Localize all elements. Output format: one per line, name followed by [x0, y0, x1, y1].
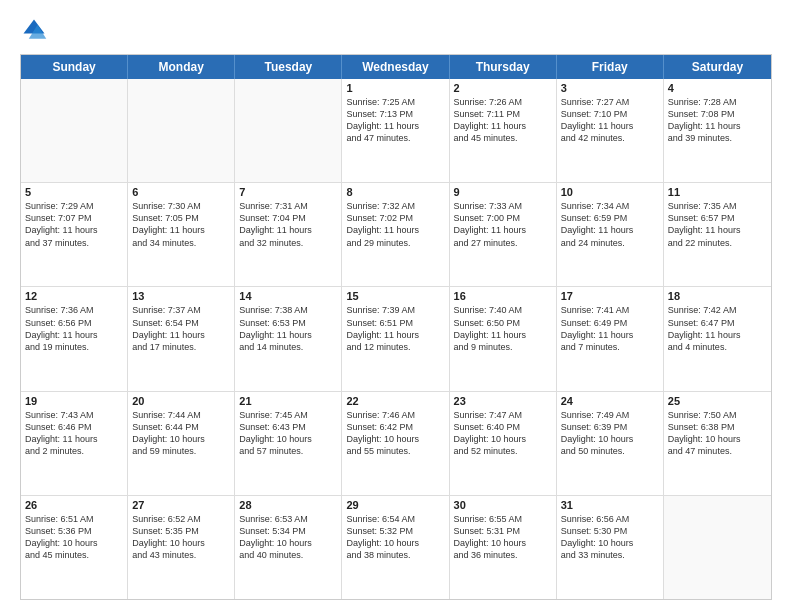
cell-line-0: Sunrise: 7:25 AM: [346, 96, 444, 108]
header-day-tuesday: Tuesday: [235, 55, 342, 79]
cell-line-2: Daylight: 10 hours: [454, 537, 552, 549]
cell-line-3: and 45 minutes.: [454, 132, 552, 144]
cell-line-1: Sunset: 7:11 PM: [454, 108, 552, 120]
cell-line-1: Sunset: 7:08 PM: [668, 108, 767, 120]
cell-line-1: Sunset: 7:10 PM: [561, 108, 659, 120]
cell-line-0: Sunrise: 7:39 AM: [346, 304, 444, 316]
cal-row-0: 1Sunrise: 7:25 AMSunset: 7:13 PMDaylight…: [21, 79, 771, 183]
cell-line-2: Daylight: 10 hours: [132, 433, 230, 445]
day-number: 25: [668, 395, 767, 407]
day-number: 10: [561, 186, 659, 198]
cell-line-0: Sunrise: 7:37 AM: [132, 304, 230, 316]
cal-cell-25: 25Sunrise: 7:50 AMSunset: 6:38 PMDayligh…: [664, 392, 771, 495]
cell-line-2: Daylight: 10 hours: [454, 433, 552, 445]
cell-line-0: Sunrise: 6:55 AM: [454, 513, 552, 525]
day-number: 27: [132, 499, 230, 511]
cell-line-0: Sunrise: 7:46 AM: [346, 409, 444, 421]
cell-line-0: Sunrise: 7:28 AM: [668, 96, 767, 108]
cell-line-1: Sunset: 6:44 PM: [132, 421, 230, 433]
cell-line-0: Sunrise: 6:54 AM: [346, 513, 444, 525]
day-number: 13: [132, 290, 230, 302]
cell-line-3: and 17 minutes.: [132, 341, 230, 353]
cal-cell-13: 13Sunrise: 7:37 AMSunset: 6:54 PMDayligh…: [128, 287, 235, 390]
day-number: 31: [561, 499, 659, 511]
day-number: 5: [25, 186, 123, 198]
cal-cell-29: 29Sunrise: 6:54 AMSunset: 5:32 PMDayligh…: [342, 496, 449, 599]
cell-line-0: Sunrise: 7:43 AM: [25, 409, 123, 421]
cell-line-3: and 52 minutes.: [454, 445, 552, 457]
cell-line-0: Sunrise: 7:35 AM: [668, 200, 767, 212]
header-day-sunday: Sunday: [21, 55, 128, 79]
cell-line-3: and 14 minutes.: [239, 341, 337, 353]
cal-cell-19: 19Sunrise: 7:43 AMSunset: 6:46 PMDayligh…: [21, 392, 128, 495]
cell-line-3: and 27 minutes.: [454, 237, 552, 249]
cell-line-0: Sunrise: 7:42 AM: [668, 304, 767, 316]
calendar: SundayMondayTuesdayWednesdayThursdayFrid…: [20, 54, 772, 600]
day-number: 24: [561, 395, 659, 407]
cell-line-1: Sunset: 6:38 PM: [668, 421, 767, 433]
cell-line-3: and 40 minutes.: [239, 549, 337, 561]
cal-cell-16: 16Sunrise: 7:40 AMSunset: 6:50 PMDayligh…: [450, 287, 557, 390]
cal-cell-empty-0-1: [128, 79, 235, 182]
cell-line-0: Sunrise: 7:40 AM: [454, 304, 552, 316]
cell-line-0: Sunrise: 7:26 AM: [454, 96, 552, 108]
cell-line-0: Sunrise: 7:49 AM: [561, 409, 659, 421]
cell-line-0: Sunrise: 7:44 AM: [132, 409, 230, 421]
day-number: 23: [454, 395, 552, 407]
cal-cell-8: 8Sunrise: 7:32 AMSunset: 7:02 PMDaylight…: [342, 183, 449, 286]
cell-line-3: and 55 minutes.: [346, 445, 444, 457]
day-number: 11: [668, 186, 767, 198]
cell-line-2: Daylight: 11 hours: [132, 224, 230, 236]
cell-line-1: Sunset: 5:30 PM: [561, 525, 659, 537]
header-day-monday: Monday: [128, 55, 235, 79]
cell-line-2: Daylight: 10 hours: [239, 537, 337, 549]
day-number: 1: [346, 82, 444, 94]
cal-cell-27: 27Sunrise: 6:52 AMSunset: 5:35 PMDayligh…: [128, 496, 235, 599]
cal-cell-21: 21Sunrise: 7:45 AMSunset: 6:43 PMDayligh…: [235, 392, 342, 495]
cell-line-2: Daylight: 10 hours: [239, 433, 337, 445]
cell-line-2: Daylight: 11 hours: [25, 329, 123, 341]
cal-cell-6: 6Sunrise: 7:30 AMSunset: 7:05 PMDaylight…: [128, 183, 235, 286]
cell-line-2: Daylight: 10 hours: [25, 537, 123, 549]
day-number: 16: [454, 290, 552, 302]
page: SundayMondayTuesdayWednesdayThursdayFrid…: [0, 0, 792, 612]
cell-line-2: Daylight: 10 hours: [561, 433, 659, 445]
cell-line-1: Sunset: 7:02 PM: [346, 212, 444, 224]
cell-line-1: Sunset: 7:05 PM: [132, 212, 230, 224]
day-number: 28: [239, 499, 337, 511]
cell-line-0: Sunrise: 7:34 AM: [561, 200, 659, 212]
day-number: 8: [346, 186, 444, 198]
cell-line-1: Sunset: 5:34 PM: [239, 525, 337, 537]
cal-cell-4: 4Sunrise: 7:28 AMSunset: 7:08 PMDaylight…: [664, 79, 771, 182]
cell-line-1: Sunset: 5:36 PM: [25, 525, 123, 537]
day-number: 6: [132, 186, 230, 198]
day-number: 7: [239, 186, 337, 198]
cell-line-2: Daylight: 10 hours: [668, 433, 767, 445]
cal-cell-empty-0-0: [21, 79, 128, 182]
day-number: 20: [132, 395, 230, 407]
cell-line-0: Sunrise: 7:29 AM: [25, 200, 123, 212]
cell-line-1: Sunset: 6:59 PM: [561, 212, 659, 224]
cell-line-2: Daylight: 11 hours: [346, 329, 444, 341]
cal-row-2: 12Sunrise: 7:36 AMSunset: 6:56 PMDayligh…: [21, 287, 771, 391]
cell-line-1: Sunset: 7:13 PM: [346, 108, 444, 120]
cell-line-3: and 29 minutes.: [346, 237, 444, 249]
cal-cell-7: 7Sunrise: 7:31 AMSunset: 7:04 PMDaylight…: [235, 183, 342, 286]
day-number: 19: [25, 395, 123, 407]
cell-line-1: Sunset: 5:35 PM: [132, 525, 230, 537]
cal-cell-14: 14Sunrise: 7:38 AMSunset: 6:53 PMDayligh…: [235, 287, 342, 390]
day-number: 4: [668, 82, 767, 94]
cell-line-0: Sunrise: 6:51 AM: [25, 513, 123, 525]
cell-line-1: Sunset: 6:56 PM: [25, 317, 123, 329]
cell-line-3: and 4 minutes.: [668, 341, 767, 353]
cell-line-2: Daylight: 11 hours: [561, 224, 659, 236]
cell-line-0: Sunrise: 7:41 AM: [561, 304, 659, 316]
cal-row-3: 19Sunrise: 7:43 AMSunset: 6:46 PMDayligh…: [21, 392, 771, 496]
day-number: 29: [346, 499, 444, 511]
cell-line-1: Sunset: 6:40 PM: [454, 421, 552, 433]
cell-line-3: and 59 minutes.: [132, 445, 230, 457]
cell-line-2: Daylight: 11 hours: [346, 224, 444, 236]
cal-cell-20: 20Sunrise: 7:44 AMSunset: 6:44 PMDayligh…: [128, 392, 235, 495]
cell-line-0: Sunrise: 7:27 AM: [561, 96, 659, 108]
cell-line-2: Daylight: 11 hours: [132, 329, 230, 341]
